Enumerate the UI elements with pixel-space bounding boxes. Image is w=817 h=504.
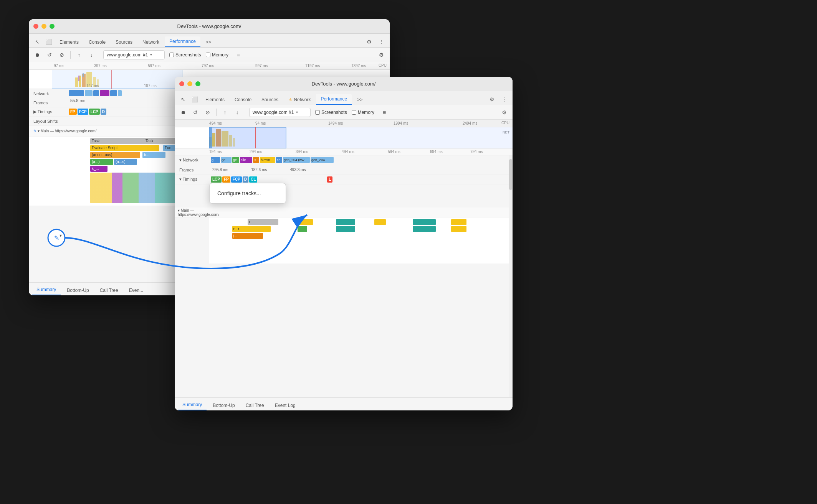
top-ruler-front: CPU 494 ms 94 ms 1494 ms 1994 ms 2494 ms	[175, 120, 513, 127]
summary-tab-front[interactable]: Summary	[178, 400, 207, 410]
download-button-front[interactable]: ↓	[232, 107, 243, 118]
throttle-icon-back[interactable]: ≡	[233, 49, 244, 60]
bottomup-tab-front[interactable]: Bottom-Up	[208, 400, 239, 410]
reload-button-back[interactable]: ↺	[44, 49, 55, 60]
memory-checkbox-front[interactable]: Memory	[352, 110, 374, 115]
settings-toolbar-front[interactable]: ⚙	[499, 107, 509, 118]
settings-icon-back[interactable]: ⚙	[364, 36, 374, 47]
toolbar-right-back: ⚙	[376, 49, 387, 60]
scrollbar-thumb[interactable]	[509, 159, 512, 190]
screenshots-input-front[interactable]	[315, 110, 320, 115]
main-content-front-area	[209, 208, 513, 217]
network-label-front: ▾ Network	[175, 158, 209, 163]
url-selector-back[interactable]: www.google.com #1 ▾	[103, 50, 165, 59]
devtools-tabs-back: ↖ ⬜ Elements Console Sources Network Per…	[29, 34, 390, 48]
record-button-front[interactable]: ⏺	[178, 107, 189, 118]
net-ch: ch	[276, 157, 282, 163]
frames-label-front: Frames	[175, 168, 209, 172]
badge-fp: FP	[69, 109, 77, 115]
reload-button-front[interactable]: ↺	[190, 107, 201, 118]
ruler-597: 597 ms	[148, 64, 160, 68]
tab-icons-front: ⚙ ⋮	[486, 94, 509, 105]
memory-input-back[interactable]	[206, 53, 210, 57]
device-icon-front[interactable]: ⬜	[189, 94, 200, 105]
layout-shifts-label-back: Layout Shifts	[29, 119, 67, 124]
memory-input-front[interactable]	[352, 110, 356, 115]
screenshots-checkbox-front[interactable]: Screenshots	[315, 110, 347, 115]
main-label-back: ✎ ▾ Main — https://www.google.com/	[29, 129, 90, 133]
tab-network-front[interactable]: ⚠ Network	[284, 95, 315, 105]
calltree-tab-front[interactable]: Call Tree	[241, 400, 269, 410]
tab-network-back[interactable]: Network	[138, 37, 164, 47]
bottomup-tab-back[interactable]: Bottom-Up	[62, 285, 93, 295]
flame-col-1	[298, 219, 313, 225]
download-button-back[interactable]: ↓	[86, 49, 97, 60]
tab-more-back[interactable]: >>	[201, 37, 216, 47]
cpu-label-back: CPU	[379, 63, 387, 68]
minimize-button-back[interactable]	[41, 24, 46, 29]
window-title-front: DevTools - www.google.com/	[312, 81, 376, 87]
clear-button-back[interactable]: ⊘	[56, 49, 67, 60]
device-icon[interactable]: ⬜	[43, 36, 54, 47]
l-badge: L	[327, 176, 332, 183]
timings-label-front: ▾ Timings	[175, 177, 209, 182]
settings-toolbar-back[interactable]: ⚙	[376, 49, 387, 60]
url-selector-front[interactable]: www.google.com #1 ▾	[249, 108, 311, 117]
tab-elements-back[interactable]: Elements	[55, 37, 83, 47]
tab-more-front[interactable]: >>	[352, 95, 367, 105]
summary-tab-back[interactable]: Summary	[32, 285, 61, 295]
fp-badge: FP	[222, 176, 230, 183]
upload-button-front[interactable]: ↑	[220, 107, 230, 118]
throttle-icon-front[interactable]: ≡	[379, 107, 390, 118]
eventlog-tab-front[interactable]: Event Log	[270, 400, 300, 410]
maximize-button-front[interactable]	[195, 81, 200, 86]
settings-icon-front[interactable]: ⚙	[486, 94, 497, 105]
secondary-ruler-front: 194 ms 294 ms 394 ms 494 ms 594 ms 694 m…	[175, 148, 513, 155]
tab-console-back[interactable]: Console	[84, 37, 110, 47]
maximize-button-back[interactable]	[50, 24, 55, 29]
flame-l2-3	[413, 226, 436, 232]
cpu-label-top: CPU	[501, 121, 509, 125]
network-content-front: g... ge... ge clie... 9... hPYm... ch ge…	[209, 155, 509, 165]
url-text-front: www.google.com #1	[253, 110, 294, 115]
more-icon-back[interactable]: ⋮	[376, 36, 387, 47]
configure-tracks-item[interactable]: Configure tracks...	[210, 186, 286, 200]
tab-console-front[interactable]: Console	[230, 95, 256, 105]
eventlog-tab-back[interactable]: Even...	[124, 285, 148, 295]
d-badge: D	[243, 176, 248, 183]
close-button-back[interactable]	[33, 24, 38, 29]
net-hpym: hPYm...	[260, 157, 275, 163]
calltree-tab-back[interactable]: Call Tree	[95, 285, 123, 295]
record-button-back[interactable]: ⏺	[32, 49, 43, 60]
upload-button-back[interactable]: ↑	[74, 49, 84, 60]
timeline-handle-left[interactable]	[209, 127, 212, 148]
screenshots-input-back[interactable]	[169, 53, 174, 57]
screenshots-checkbox-back[interactable]: Screenshots	[169, 52, 201, 58]
memory-checkbox-back[interactable]: Memory	[206, 52, 228, 58]
cursor-icon-front[interactable]: ↖	[178, 94, 189, 105]
window-title-back: DevTools - www.google.com/	[177, 23, 241, 29]
flame-col-3	[374, 219, 386, 225]
net-block-5	[110, 90, 117, 96]
main-track-front: ▾ Main — https://www.google.com/	[175, 208, 513, 217]
net-g: g...	[211, 157, 220, 163]
ruler-97: 97 ms	[54, 64, 64, 68]
more-icon-front[interactable]: ⋮	[499, 94, 509, 105]
svg-rect-16	[209, 127, 286, 148]
tab-sources-front[interactable]: Sources	[257, 95, 283, 105]
tab-sources-back[interactable]: Sources	[111, 37, 137, 47]
fcp-badge: FCP	[231, 176, 242, 183]
separator-1-back	[70, 51, 71, 59]
clear-button-front[interactable]: ⊘	[202, 107, 213, 118]
minimize-button-front[interactable]	[187, 81, 192, 86]
tab-elements-front[interactable]: Elements	[201, 95, 229, 105]
tab-icons-back: ⚙ ⋮	[364, 36, 387, 47]
net-block-6	[118, 90, 122, 96]
a-bar-1: (a...)	[90, 159, 113, 165]
cursor-icon[interactable]: ↖	[32, 36, 43, 47]
anon-block-front: (...	[232, 233, 263, 239]
close-button-front[interactable]	[179, 81, 184, 86]
tab-performance-back[interactable]: Performance	[165, 36, 200, 47]
tab-performance-front[interactable]: Performance	[316, 94, 352, 105]
evaluate-script-bar: Evaluate Script	[90, 145, 159, 151]
